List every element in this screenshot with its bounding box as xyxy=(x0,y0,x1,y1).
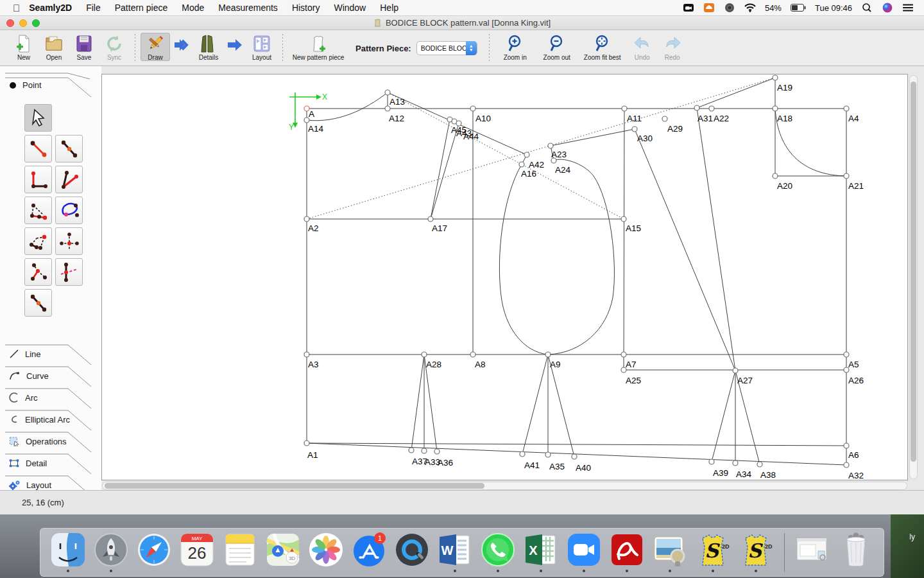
point-A14[interactable] xyxy=(304,118,309,123)
dock-seamly2d-icon[interactable]: S2D xyxy=(694,532,732,573)
point-label-A35[interactable]: A35 xyxy=(549,462,565,471)
point-of-intersection-tool-button[interactable] xyxy=(24,227,52,255)
point-label-A25[interactable]: A25 xyxy=(626,376,641,385)
point-label-A13[interactable]: A13 xyxy=(389,97,405,107)
point-A6[interactable] xyxy=(844,443,849,448)
pattern-curve[interactable] xyxy=(499,159,614,355)
screen-mirror-icon[interactable] xyxy=(683,3,694,13)
menu-window[interactable]: Window xyxy=(334,3,366,13)
segment-intersect-tool-button[interactable] xyxy=(24,258,52,286)
pattern-line[interactable] xyxy=(307,443,846,465)
curve-intersect-tool-button[interactable] xyxy=(55,197,83,224)
pattern-line[interactable] xyxy=(307,443,846,446)
dock-maps-icon[interactable]: 3D xyxy=(264,532,302,573)
zoom-out-button[interactable]: Zoom out xyxy=(536,33,578,61)
point-label-A20[interactable]: A20 xyxy=(777,181,792,191)
point-label-A38[interactable]: A38 xyxy=(760,470,776,480)
axis-point-tool-button[interactable] xyxy=(55,227,83,255)
pattern-line[interactable] xyxy=(522,355,548,454)
point-A17[interactable] xyxy=(428,216,433,222)
dock-app-store-icon[interactable]: 1 xyxy=(350,532,388,573)
point-label-A5[interactable]: A5 xyxy=(848,360,859,369)
point-A33[interactable] xyxy=(422,448,427,453)
save-button[interactable]: Save xyxy=(69,33,99,61)
horizontal-scrollbar-thumb[interactable] xyxy=(105,483,484,489)
point-label-A8[interactable]: A8 xyxy=(475,360,486,369)
pattern-line[interactable] xyxy=(431,123,459,219)
menu-mode[interactable]: Mode xyxy=(182,3,204,13)
tab-arc[interactable]: Arc xyxy=(0,388,101,410)
point-A21[interactable] xyxy=(844,173,849,179)
tab-operations[interactable]: Operations xyxy=(0,432,101,453)
point-A37[interactable] xyxy=(409,448,414,453)
dock-acrobat-icon[interactable] xyxy=(608,532,646,573)
notification-center-icon[interactable] xyxy=(902,3,914,13)
close-button[interactable] xyxy=(6,19,14,27)
point-label-A24[interactable]: A24 xyxy=(555,165,571,175)
point-label-A39[interactable]: A39 xyxy=(713,468,728,478)
point-A22[interactable] xyxy=(709,106,714,111)
point-label-A[interactable]: A xyxy=(309,109,314,119)
point-label-A3[interactable]: A3 xyxy=(308,360,319,369)
perpendicular-cross-tool-button[interactable] xyxy=(55,258,83,286)
tab-detail[interactable]: Detail xyxy=(0,453,101,475)
point-label-A27[interactable]: A27 xyxy=(737,376,753,385)
dock-quicktime-icon[interactable] xyxy=(393,532,431,573)
title-bar[interactable]: BODICE BLOCK pattern.val [Donna King.vit… xyxy=(0,16,924,30)
point-label-A16[interactable]: A16 xyxy=(521,169,536,179)
new-button[interactable]: New xyxy=(9,33,38,61)
point-A16[interactable] xyxy=(519,162,524,167)
point-A23[interactable] xyxy=(548,143,553,148)
dock-minimized-window-icon[interactable] xyxy=(794,532,832,573)
pattern-line[interactable] xyxy=(548,355,574,457)
menu-history[interactable]: History xyxy=(292,3,320,13)
new-pattern-piece-button[interactable]: New pattern piece xyxy=(288,33,348,61)
minimize-button[interactable] xyxy=(19,19,27,27)
dock-excel-icon[interactable]: X xyxy=(522,532,560,573)
point-A41[interactable] xyxy=(520,451,525,457)
point-label-A34[interactable]: A34 xyxy=(736,469,752,479)
point-A15[interactable] xyxy=(621,216,626,222)
point-label-A14[interactable]: A14 xyxy=(308,124,324,134)
pointer-tool-button[interactable] xyxy=(24,104,52,132)
point-A30[interactable] xyxy=(632,127,637,132)
point-label-A7[interactable]: A7 xyxy=(626,360,637,369)
menu-pattern-piece[interactable]: Pattern piece xyxy=(115,3,168,13)
point-A40[interactable] xyxy=(572,454,577,459)
dock-word-icon[interactable]: W xyxy=(436,532,474,573)
dock-finder-icon[interactable] xyxy=(49,532,87,573)
point-A18[interactable] xyxy=(773,106,778,111)
tab-elliptical-arc[interactable]: Elliptical Arc xyxy=(0,410,101,432)
point-A38[interactable] xyxy=(757,462,762,467)
point-label-A22[interactable]: A22 xyxy=(714,114,729,123)
combo-stepper-icon[interactable]: ▲▼ xyxy=(466,41,477,55)
point-label-A31[interactable]: A31 xyxy=(697,114,713,123)
dock-safari-icon[interactable] xyxy=(135,532,173,573)
point-A29[interactable] xyxy=(662,116,667,121)
point-A39[interactable] xyxy=(709,459,714,464)
point-A12[interactable] xyxy=(385,106,390,111)
point-label-A44[interactable]: A44 xyxy=(463,132,479,141)
point-label-A10[interactable]: A10 xyxy=(475,114,491,123)
draw-button[interactable]: Draw xyxy=(141,33,170,61)
point-label-A18[interactable]: A18 xyxy=(777,114,792,123)
point-A28[interactable] xyxy=(422,352,427,357)
point-label-A4[interactable]: A4 xyxy=(848,114,859,123)
point-A44[interactable] xyxy=(456,121,461,126)
menu-app-name[interactable]: Seamly2D xyxy=(29,3,72,13)
point-A32[interactable] xyxy=(844,462,849,468)
line-point-tool-button[interactable] xyxy=(24,135,52,162)
point-A35[interactable] xyxy=(545,452,551,457)
point-label-A11[interactable]: A11 xyxy=(627,114,642,123)
point-label-A32[interactable]: A32 xyxy=(848,471,864,480)
layout-button[interactable]: Layout xyxy=(247,33,277,61)
point-label-A15[interactable]: A15 xyxy=(626,223,641,233)
pattern-line[interactable] xyxy=(431,119,450,219)
menu-measurements[interactable]: Measurements xyxy=(218,3,278,13)
point-label-A26[interactable]: A26 xyxy=(848,376,864,385)
pattern-line[interactable] xyxy=(697,78,775,108)
vertical-scrollbar-thumb[interactable] xyxy=(911,82,916,462)
screen-record-icon[interactable] xyxy=(703,3,715,13)
dock-zoom-icon[interactable] xyxy=(565,532,603,573)
pattern-line[interactable] xyxy=(635,129,735,371)
